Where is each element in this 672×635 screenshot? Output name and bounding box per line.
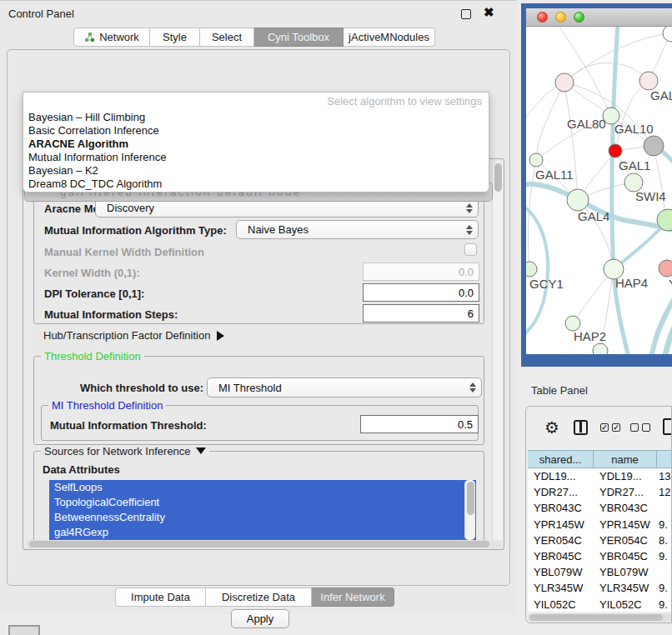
table-cell (657, 564, 672, 580)
select-all-checked-icon[interactable]: ✓ (600, 423, 609, 432)
which-threshold-combo[interactable]: MI Threshold (207, 378, 482, 398)
control-panel: Control Panel ✖ NetworkStyleSelectCyni T… (0, 0, 517, 614)
table-header-row: shared...name (528, 450, 672, 468)
table-row[interactable]: YER054CYER054C8. (528, 532, 672, 548)
table-cell: YDL19... (528, 468, 594, 484)
attribute-item[interactable]: gal4RGexp (49, 525, 476, 540)
table-row[interactable]: YBL079WYBL079W (528, 564, 672, 580)
network-node[interactable] (593, 343, 608, 354)
network-node-gcy1[interactable] (526, 262, 537, 277)
algorithm-option-aracne-algorithm[interactable]: ARACNE Algorithm (28, 138, 128, 151)
settings-gear-icon[interactable]: ⚙ (544, 418, 559, 437)
mi-threshold-field[interactable]: 0.5 (360, 415, 479, 433)
network-node-y[interactable] (659, 260, 672, 277)
attribute-item[interactable]: SelfLoops (49, 480, 476, 495)
table-panel-title: Table Panel (531, 384, 588, 397)
control-panel-title: Control Panel (8, 8, 74, 20)
algorithm-option-bayesian-k2[interactable]: Bayesian – K2 (28, 164, 98, 178)
mi-steps-field[interactable]: 6 (363, 304, 479, 322)
network-node[interactable] (555, 73, 574, 92)
tab-network[interactable]: Network (73, 28, 150, 47)
algorithm-option-basic-correlation-inference[interactable]: Basic Correlation Inference (28, 124, 159, 138)
network-node-gal1[interactable] (609, 144, 622, 158)
tab-style[interactable]: Style (150, 28, 200, 47)
table-horizontal-scrollbar[interactable] (528, 613, 671, 622)
tab-impute-data[interactable]: Impute Data (115, 588, 206, 607)
network-node-gal11[interactable] (529, 153, 543, 167)
network-node[interactable] (663, 27, 672, 42)
node-label: SWI4 (635, 189, 666, 203)
bottom-tab-bar: Impute DataDiscretize DataInfer Network (115, 588, 394, 607)
collapsed-panel-button[interactable] (8, 625, 40, 635)
attribute-item[interactable]: BetweennessCentrality (49, 510, 476, 525)
float-window-icon[interactable] (461, 9, 471, 19)
table-panel-window: ⚙ ✓ ✓ shared...name YDL19...YDL19...13YD… (525, 406, 672, 623)
select-all-checked-icon[interactable]: ✓ (612, 423, 620, 432)
attributes-vertical-scrollbar[interactable] (464, 480, 475, 540)
table-row[interactable]: YPR145WYPR145W9. (528, 517, 672, 532)
node-table[interactable]: shared...name YDL19...YDL19...13YDR27...… (528, 450, 672, 612)
page-icon[interactable] (663, 418, 672, 435)
dpi-tolerance-label: DPI Tolerance [0,1]: (44, 288, 144, 300)
network-view-window: GALGAL80GAL10GAL1GAL11SWI4GAL4GCY1HAP4YH… (521, 3, 672, 367)
table-cell: YDL19... (594, 468, 657, 484)
table-row[interactable]: YDL19...YDL19...13 (528, 468, 672, 484)
close-icon[interactable]: ✖ (484, 5, 494, 20)
data-attributes-list[interactable]: SelfLoopsTopologicalCoefficientBetweenne… (49, 480, 476, 540)
column-header[interactable]: name (594, 450, 657, 468)
tab-label: Infer Network (320, 591, 384, 603)
sources-group-title[interactable]: Sources for Network Inference (41, 445, 209, 458)
deselect-all-icon[interactable] (642, 423, 650, 432)
algorithm-option-bayesian-hill-climbing[interactable]: Bayesian – Hill Climbing (28, 111, 145, 124)
settings-vertical-scrollbar[interactable] (492, 162, 503, 542)
algorithm-option-dream8-dc-tdc-algorithm[interactable]: Dream8 DC_TDC Algorithm (28, 178, 162, 191)
collapse-arrow-icon (196, 448, 206, 454)
table-hscroll-thumb[interactable] (529, 614, 663, 621)
tab-label: Network (99, 31, 139, 43)
tab-label: Cyni Toolbox (268, 31, 329, 43)
table-cell: YBL079W (594, 564, 657, 580)
column-header[interactable]: shared... (528, 450, 594, 468)
attributes-vscroll-thumb[interactable] (467, 482, 474, 515)
network-window-titlebar[interactable] (526, 8, 672, 27)
tab-infer-network[interactable]: Infer Network (312, 588, 394, 607)
mi-type-combo[interactable]: Naive Bayes (236, 220, 479, 239)
table-row[interactable]: YIL052CYIL052C9. (528, 597, 672, 612)
deselect-all-icon[interactable] (630, 423, 639, 432)
node-label: GAL80 (567, 117, 606, 131)
cyni-toolbox-panel: galFiltered interaction default node Sel… (7, 49, 510, 586)
column-header[interactable] (657, 450, 672, 468)
table-cell: YER054C (528, 532, 594, 548)
tab-cyni-toolbox[interactable]: Cyni Toolbox (254, 28, 344, 47)
settings-vscroll-thumb[interactable] (494, 163, 502, 192)
table-row[interactable]: YBR045CYBR045C9. (528, 548, 672, 564)
algorithm-option-mutual-information-inference[interactable]: Mutual Information Inference (28, 151, 166, 164)
apply-button[interactable]: Apply (231, 609, 289, 628)
table-row[interactable]: YBR043CYBR043C (528, 500, 672, 516)
network-node-gal4[interactable] (567, 189, 589, 211)
mi-threshold-label: Mutual Information Threshold: (50, 419, 207, 432)
dpi-tolerance-field[interactable]: 0.0 (363, 283, 479, 302)
mac-minimize-icon[interactable] (555, 12, 566, 22)
network-node-gal10[interactable] (644, 136, 664, 156)
expander-arrow-icon (217, 331, 224, 341)
table-row[interactable]: YLR345WYLR345W9. (528, 580, 672, 596)
mac-zoom-icon[interactable] (574, 12, 584, 22)
settings-hscroll-thumb[interactable] (29, 541, 489, 548)
manual-kernel-checkbox[interactable] (464, 243, 477, 256)
network-canvas[interactable]: GALGAL80GAL10GAL1GAL11SWI4GAL4GCY1HAP4YH… (526, 27, 672, 354)
tab-discretize-data[interactable]: Discretize Data (206, 588, 312, 607)
settings-horizontal-scrollbar[interactable] (26, 540, 501, 548)
table-row[interactable]: YDR27...YDR27...12 (528, 484, 672, 500)
mac-close-icon[interactable] (537, 12, 548, 22)
mi-type-value: Naive Bayes (237, 223, 461, 236)
tab-select[interactable]: Select (200, 28, 254, 47)
split-columns-icon[interactable] (574, 420, 588, 435)
tab-jactivemnodules[interactable]: jActiveMNodules (344, 28, 435, 47)
kernel-width-field[interactable]: 0.0 (363, 262, 479, 281)
table-cell: YBR045C (594, 548, 657, 564)
attribute-item[interactable]: TopologicalCoefficient (49, 495, 476, 510)
hub-definition-expander[interactable]: Hub/Transcription Factor Definition (43, 329, 224, 342)
network-node-gal[interactable] (639, 72, 658, 90)
table-cell: 12 (657, 484, 672, 500)
